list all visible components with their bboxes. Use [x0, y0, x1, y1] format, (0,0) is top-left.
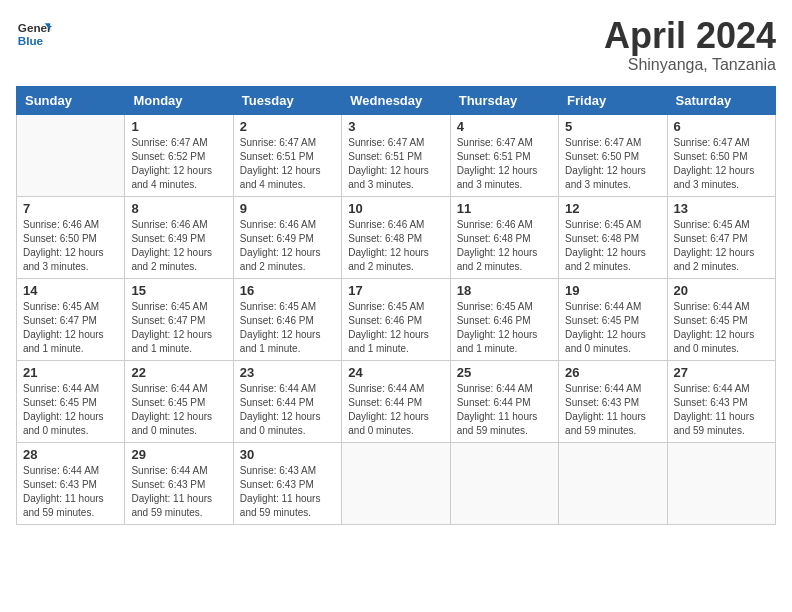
calendar-cell: 16Sunrise: 6:45 AM Sunset: 6:46 PM Dayli…: [233, 278, 341, 360]
calendar-cell: 28Sunrise: 6:44 AM Sunset: 6:43 PM Dayli…: [17, 442, 125, 524]
day-number: 22: [131, 365, 226, 380]
day-number: 5: [565, 119, 660, 134]
calendar-cell: 9Sunrise: 6:46 AM Sunset: 6:49 PM Daylig…: [233, 196, 341, 278]
day-number: 12: [565, 201, 660, 216]
calendar-cell: 3Sunrise: 6:47 AM Sunset: 6:51 PM Daylig…: [342, 114, 450, 196]
calendar-cell: 25Sunrise: 6:44 AM Sunset: 6:44 PM Dayli…: [450, 360, 558, 442]
calendar-week-row: 14Sunrise: 6:45 AM Sunset: 6:47 PM Dayli…: [17, 278, 776, 360]
calendar-cell: 26Sunrise: 6:44 AM Sunset: 6:43 PM Dayli…: [559, 360, 667, 442]
day-info: Sunrise: 6:45 AM Sunset: 6:47 PM Dayligh…: [131, 300, 226, 356]
col-header-tuesday: Tuesday: [233, 86, 341, 114]
month-title: April 2024: [604, 16, 776, 56]
calendar-cell: 14Sunrise: 6:45 AM Sunset: 6:47 PM Dayli…: [17, 278, 125, 360]
day-info: Sunrise: 6:47 AM Sunset: 6:51 PM Dayligh…: [457, 136, 552, 192]
calendar-cell: 23Sunrise: 6:44 AM Sunset: 6:44 PM Dayli…: [233, 360, 341, 442]
calendar-header-row: SundayMondayTuesdayWednesdayThursdayFrid…: [17, 86, 776, 114]
calendar-cell: 21Sunrise: 6:44 AM Sunset: 6:45 PM Dayli…: [17, 360, 125, 442]
col-header-saturday: Saturday: [667, 86, 775, 114]
svg-text:Blue: Blue: [18, 34, 44, 47]
day-number: 21: [23, 365, 118, 380]
day-number: 29: [131, 447, 226, 462]
day-info: Sunrise: 6:45 AM Sunset: 6:46 PM Dayligh…: [457, 300, 552, 356]
day-number: 14: [23, 283, 118, 298]
day-info: Sunrise: 6:47 AM Sunset: 6:52 PM Dayligh…: [131, 136, 226, 192]
day-info: Sunrise: 6:44 AM Sunset: 6:44 PM Dayligh…: [457, 382, 552, 438]
day-number: 11: [457, 201, 552, 216]
day-number: 10: [348, 201, 443, 216]
day-number: 1: [131, 119, 226, 134]
calendar-cell: 10Sunrise: 6:46 AM Sunset: 6:48 PM Dayli…: [342, 196, 450, 278]
calendar-cell: 4Sunrise: 6:47 AM Sunset: 6:51 PM Daylig…: [450, 114, 558, 196]
calendar-cell: 19Sunrise: 6:44 AM Sunset: 6:45 PM Dayli…: [559, 278, 667, 360]
calendar-cell: 8Sunrise: 6:46 AM Sunset: 6:49 PM Daylig…: [125, 196, 233, 278]
calendar-week-row: 28Sunrise: 6:44 AM Sunset: 6:43 PM Dayli…: [17, 442, 776, 524]
calendar-cell: [17, 114, 125, 196]
calendar-cell: [559, 442, 667, 524]
col-header-thursday: Thursday: [450, 86, 558, 114]
day-number: 26: [565, 365, 660, 380]
location-subtitle: Shinyanga, Tanzania: [604, 56, 776, 74]
day-info: Sunrise: 6:46 AM Sunset: 6:48 PM Dayligh…: [348, 218, 443, 274]
day-info: Sunrise: 6:44 AM Sunset: 6:43 PM Dayligh…: [674, 382, 769, 438]
day-info: Sunrise: 6:45 AM Sunset: 6:46 PM Dayligh…: [240, 300, 335, 356]
calendar-cell: [342, 442, 450, 524]
day-info: Sunrise: 6:44 AM Sunset: 6:43 PM Dayligh…: [23, 464, 118, 520]
day-info: Sunrise: 6:45 AM Sunset: 6:47 PM Dayligh…: [674, 218, 769, 274]
day-info: Sunrise: 6:44 AM Sunset: 6:45 PM Dayligh…: [23, 382, 118, 438]
day-number: 18: [457, 283, 552, 298]
day-number: 15: [131, 283, 226, 298]
day-info: Sunrise: 6:44 AM Sunset: 6:43 PM Dayligh…: [131, 464, 226, 520]
calendar-cell: 7Sunrise: 6:46 AM Sunset: 6:50 PM Daylig…: [17, 196, 125, 278]
day-info: Sunrise: 6:46 AM Sunset: 6:49 PM Dayligh…: [131, 218, 226, 274]
day-number: 9: [240, 201, 335, 216]
day-info: Sunrise: 6:44 AM Sunset: 6:43 PM Dayligh…: [565, 382, 660, 438]
day-number: 8: [131, 201, 226, 216]
day-info: Sunrise: 6:45 AM Sunset: 6:47 PM Dayligh…: [23, 300, 118, 356]
title-area: April 2024 Shinyanga, Tanzania: [604, 16, 776, 74]
logo-icon: General Blue: [16, 16, 52, 52]
calendar-cell: 22Sunrise: 6:44 AM Sunset: 6:45 PM Dayli…: [125, 360, 233, 442]
calendar-cell: 5Sunrise: 6:47 AM Sunset: 6:50 PM Daylig…: [559, 114, 667, 196]
calendar-week-row: 21Sunrise: 6:44 AM Sunset: 6:45 PM Dayli…: [17, 360, 776, 442]
day-number: 6: [674, 119, 769, 134]
day-number: 13: [674, 201, 769, 216]
calendar-cell: 17Sunrise: 6:45 AM Sunset: 6:46 PM Dayli…: [342, 278, 450, 360]
col-header-sunday: Sunday: [17, 86, 125, 114]
col-header-monday: Monday: [125, 86, 233, 114]
day-info: Sunrise: 6:46 AM Sunset: 6:50 PM Dayligh…: [23, 218, 118, 274]
calendar-week-row: 7Sunrise: 6:46 AM Sunset: 6:50 PM Daylig…: [17, 196, 776, 278]
calendar-cell: 13Sunrise: 6:45 AM Sunset: 6:47 PM Dayli…: [667, 196, 775, 278]
calendar-cell: [450, 442, 558, 524]
calendar-cell: 20Sunrise: 6:44 AM Sunset: 6:45 PM Dayli…: [667, 278, 775, 360]
calendar-cell: 29Sunrise: 6:44 AM Sunset: 6:43 PM Dayli…: [125, 442, 233, 524]
day-number: 27: [674, 365, 769, 380]
header: General Blue April 2024 Shinyanga, Tanza…: [16, 16, 776, 74]
day-info: Sunrise: 6:47 AM Sunset: 6:51 PM Dayligh…: [240, 136, 335, 192]
day-number: 3: [348, 119, 443, 134]
day-info: Sunrise: 6:46 AM Sunset: 6:49 PM Dayligh…: [240, 218, 335, 274]
day-info: Sunrise: 6:44 AM Sunset: 6:44 PM Dayligh…: [348, 382, 443, 438]
day-info: Sunrise: 6:44 AM Sunset: 6:45 PM Dayligh…: [674, 300, 769, 356]
svg-text:General: General: [18, 21, 52, 34]
day-number: 19: [565, 283, 660, 298]
day-number: 2: [240, 119, 335, 134]
day-number: 7: [23, 201, 118, 216]
calendar-cell: 11Sunrise: 6:46 AM Sunset: 6:48 PM Dayli…: [450, 196, 558, 278]
day-number: 16: [240, 283, 335, 298]
day-info: Sunrise: 6:43 AM Sunset: 6:43 PM Dayligh…: [240, 464, 335, 520]
day-info: Sunrise: 6:45 AM Sunset: 6:48 PM Dayligh…: [565, 218, 660, 274]
calendar-cell: 30Sunrise: 6:43 AM Sunset: 6:43 PM Dayli…: [233, 442, 341, 524]
calendar-cell: 24Sunrise: 6:44 AM Sunset: 6:44 PM Dayli…: [342, 360, 450, 442]
day-number: 25: [457, 365, 552, 380]
calendar-cell: 6Sunrise: 6:47 AM Sunset: 6:50 PM Daylig…: [667, 114, 775, 196]
day-number: 30: [240, 447, 335, 462]
col-header-friday: Friday: [559, 86, 667, 114]
logo: General Blue: [16, 16, 52, 52]
calendar-cell: 12Sunrise: 6:45 AM Sunset: 6:48 PM Dayli…: [559, 196, 667, 278]
day-info: Sunrise: 6:46 AM Sunset: 6:48 PM Dayligh…: [457, 218, 552, 274]
day-number: 23: [240, 365, 335, 380]
day-info: Sunrise: 6:44 AM Sunset: 6:44 PM Dayligh…: [240, 382, 335, 438]
day-info: Sunrise: 6:47 AM Sunset: 6:50 PM Dayligh…: [674, 136, 769, 192]
col-header-wednesday: Wednesday: [342, 86, 450, 114]
calendar-week-row: 1Sunrise: 6:47 AM Sunset: 6:52 PM Daylig…: [17, 114, 776, 196]
